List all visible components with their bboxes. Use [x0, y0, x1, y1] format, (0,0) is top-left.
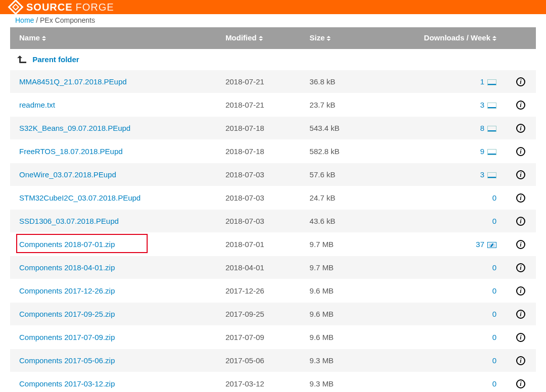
- info-icon[interactable]: [516, 263, 525, 272]
- file-link[interactable]: Components 2017-03-12.zip: [19, 379, 115, 388]
- file-link[interactable]: MMA8451Q_21.07.2018.PEupd: [19, 77, 127, 86]
- file-downloads[interactable]: 0: [372, 326, 506, 349]
- file-downloads[interactable]: 3: [372, 93, 506, 117]
- file-downloads[interactable]: 37: [372, 233, 506, 256]
- table-row: FreeRTOS_18.07.2018.PEupd2018-07-18582.8…: [10, 140, 536, 163]
- file-downloads[interactable]: 9: [372, 140, 506, 163]
- files-table: Name Modified Size Downloads / Week Pare…: [10, 27, 536, 392]
- file-modified: 2017-03-12: [216, 372, 300, 392]
- up-arrow-icon: [19, 56, 26, 63]
- file-downloads[interactable]: 0: [372, 372, 506, 392]
- table-row: Components 2017-07-09.zip2017-07-099.6 M…: [10, 326, 536, 349]
- file-modified: 2018-07-18: [216, 140, 300, 163]
- info-icon[interactable]: [516, 240, 525, 249]
- file-downloads[interactable]: 0: [372, 186, 506, 210]
- file-link[interactable]: Components 2017-05-06.zip: [19, 356, 115, 365]
- file-modified: 2018-04-01: [216, 256, 300, 279]
- table-row: STM32CubeI2C_03.07.2018.PEupd2018-07-032…: [10, 186, 536, 210]
- file-modified: 2017-12-26: [216, 279, 300, 303]
- parent-folder-row[interactable]: Parent folder: [10, 49, 536, 70]
- table-row: SSD1306_03.07.2018.PEupd2018-07-0343.6 k…: [10, 210, 536, 233]
- file-downloads[interactable]: 0: [372, 279, 506, 303]
- file-downloads[interactable]: 3: [372, 163, 506, 186]
- file-downloads[interactable]: 8: [372, 117, 506, 140]
- info-icon[interactable]: [516, 379, 525, 388]
- sort-icon: [259, 34, 263, 43]
- sort-icon: [42, 34, 46, 43]
- sort-icon: [327, 34, 331, 43]
- info-icon[interactable]: [516, 170, 525, 179]
- info-icon[interactable]: [516, 77, 525, 86]
- sparkline-icon: [487, 79, 496, 85]
- file-size: 9.3 MB: [300, 349, 372, 372]
- file-size: 9.6 MB: [300, 303, 372, 326]
- sparkline-icon: [487, 149, 496, 155]
- top-navbar: SOURCEFORGE: [0, 0, 546, 14]
- breadcrumb-home[interactable]: Home: [15, 16, 34, 24]
- info-icon[interactable]: [516, 333, 525, 342]
- file-modified: 2017-07-09: [216, 326, 300, 349]
- info-icon[interactable]: [516, 310, 525, 319]
- col-header-downloads[interactable]: Downloads / Week: [372, 27, 506, 49]
- file-link[interactable]: S32K_Beans_09.07.2018.PEupd: [19, 124, 130, 132]
- file-size: 9.6 MB: [300, 326, 372, 349]
- file-size: 582.8 kB: [300, 140, 372, 163]
- file-modified: 2018-07-18: [216, 117, 300, 140]
- info-icon[interactable]: [516, 193, 525, 203]
- col-header-size[interactable]: Size: [300, 27, 372, 49]
- table-row: MMA8451Q_21.07.2018.PEupd2018-07-2136.8 …: [10, 70, 536, 93]
- table-row: OneWire_03.07.2018.PEupd2018-07-0357.6 k…: [10, 163, 536, 186]
- file-size: 43.6 kB: [300, 210, 372, 233]
- breadcrumb-sep: /: [34, 16, 40, 24]
- table-row: Components 2017-03-12.zip2017-03-129.3 M…: [10, 372, 536, 392]
- table-row: Components 2017-05-06.zip2017-05-069.3 M…: [10, 349, 536, 372]
- file-downloads[interactable]: 1: [372, 70, 506, 93]
- sparkline-icon: [487, 103, 496, 109]
- col-header-info: [506, 27, 536, 49]
- col-header-name[interactable]: Name: [10, 27, 216, 49]
- parent-folder-link[interactable]: Parent folder: [32, 55, 79, 64]
- col-header-modified[interactable]: Modified: [216, 27, 300, 49]
- file-size: 9.3 MB: [300, 372, 372, 392]
- file-modified: 2018-07-01: [216, 233, 300, 256]
- file-modified: 2018-07-03: [216, 210, 300, 233]
- table-row: S32K_Beans_09.07.2018.PEupd2018-07-18543…: [10, 117, 536, 140]
- logo-diamond-icon: [8, 0, 23, 15]
- file-link[interactable]: FreeRTOS_18.07.2018.PEupd: [19, 147, 123, 156]
- sparkline-icon: [487, 126, 496, 132]
- info-icon[interactable]: [516, 286, 525, 296]
- table-header-row: Name Modified Size Downloads / Week: [10, 27, 536, 49]
- info-icon[interactable]: [516, 217, 525, 226]
- logo-text-2: FORGE: [76, 2, 114, 13]
- file-modified: 2018-07-21: [216, 93, 300, 117]
- file-size: 9.6 MB: [300, 279, 372, 303]
- info-icon[interactable]: [516, 101, 525, 110]
- file-link[interactable]: Components 2018-04-01.zip: [19, 263, 115, 272]
- file-modified: 2018-07-03: [216, 186, 300, 210]
- info-icon[interactable]: [516, 147, 525, 156]
- file-downloads[interactable]: 0: [372, 349, 506, 372]
- file-link[interactable]: STM32CubeI2C_03.07.2018.PEupd: [19, 193, 141, 202]
- sparkline-icon: [487, 242, 496, 248]
- file-size: 23.7 kB: [300, 93, 372, 117]
- file-link[interactable]: Components 2017-09-25.zip: [19, 310, 115, 318]
- breadcrumb: Home / PEx Components: [0, 14, 546, 27]
- file-modified: 2017-05-06: [216, 349, 300, 372]
- table-row: Components 2017-12-26.zip2017-12-269.6 M…: [10, 279, 536, 303]
- file-modified: 2018-07-21: [216, 70, 300, 93]
- file-downloads[interactable]: 0: [372, 256, 506, 279]
- file-link[interactable]: Components 2018-07-01.zip: [19, 240, 115, 249]
- file-link[interactable]: readme.txt: [19, 101, 55, 109]
- files-table-container: Name Modified Size Downloads / Week Pare…: [10, 27, 536, 392]
- file-downloads[interactable]: 0: [372, 210, 506, 233]
- file-downloads[interactable]: 0: [372, 303, 506, 326]
- site-logo[interactable]: SOURCEFORGE: [10, 2, 114, 13]
- file-link[interactable]: OneWire_03.07.2018.PEupd: [19, 170, 116, 179]
- file-link[interactable]: Components 2017-07-09.zip: [19, 333, 115, 341]
- file-link[interactable]: Components 2017-12-26.zip: [19, 286, 115, 295]
- file-size: 36.8 kB: [300, 70, 372, 93]
- file-link[interactable]: SSD1306_03.07.2018.PEupd: [19, 217, 119, 225]
- info-icon[interactable]: [516, 356, 525, 365]
- logo-text-1: SOURCE: [26, 2, 73, 13]
- info-icon[interactable]: [516, 124, 525, 133]
